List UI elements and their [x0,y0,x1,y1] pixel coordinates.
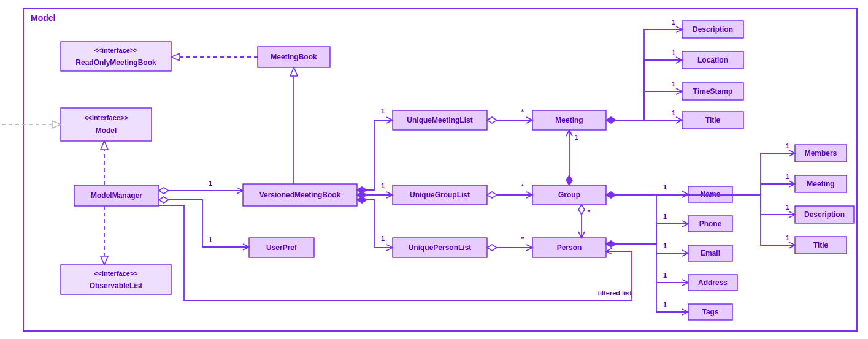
svg-text:Title: Title [813,241,829,249]
class-description-meeting: Description [682,21,743,38]
rel-group-comp-meetingattr [761,184,795,195]
svg-text:UniqueGroupList: UniqueGroupList [410,191,470,199]
class-address: Address [688,275,737,291]
class-unique-group-list: UniqueGroupList [393,185,487,205]
class-user-pref: UserPref [249,238,314,257]
svg-text:Group: Group [558,191,580,199]
rel-person-comp-address [656,253,688,283]
class-meeting-group: Meeting [795,175,847,192]
svg-text:MeetingBook: MeetingBook [271,53,317,61]
class-meeting: Meeting [532,110,606,130]
rel-vmb-comp-upl [357,200,393,248]
class-description-group: Description [795,206,854,223]
mult-upl-person: * [521,235,524,243]
uml-class-diagram: Model <<interface>> ReadOnlyMeetingBook … [0,0,868,339]
svg-rect-3 [61,108,152,141]
mult-person-tags: 1 [663,301,667,308]
rel-meeting-comp-timestamp [644,91,682,120]
class-title-meeting: Title [682,112,743,129]
class-group: Group [532,185,606,205]
svg-text:VersionedMeetingBook: VersionedMeetingBook [259,191,341,199]
class-members: Members [795,145,847,162]
mult-vmb-upl: 1 [381,235,385,242]
class-person: Person [532,238,606,257]
rel-mm-agg-userpref [159,200,249,247]
svg-text:Model: Model [96,126,117,135]
rel-group-comp-descriptionattr [761,195,795,215]
class-observable-list: <<interface>> ObservableList [61,265,171,294]
mult-person-name: 1 [663,183,667,191]
class-title-group: Title [795,237,847,254]
mult-group-titleattr: 1 [786,234,789,242]
class-versioned-meeting-book: VersionedMeetingBook [243,184,357,206]
class-time-stamp: TimeStamp [682,83,743,100]
mult-meeting-location: 1 [672,49,675,56]
mult-person-phone: 1 [663,213,667,220]
mult-mm-vmb: 1 [209,180,212,187]
mult-person-address: 1 [663,272,667,279]
rel-person-comp-phone [656,224,688,244]
mult-group-members: 1 [786,142,789,150]
mult-meeting-timestamp: 1 [672,80,675,88]
svg-text:<<interface>>: <<interface>> [94,270,138,277]
svg-text:UniquePersonList: UniquePersonList [409,243,472,252]
mult-meeting-description: 1 [672,18,675,26]
svg-text:ModelManager: ModelManager [91,191,142,200]
label-filtered-list: filtered list [597,289,632,297]
class-read-only-meeting-book: <<interface>> ReadOnlyMeetingBook [61,42,171,71]
svg-text:Tags: Tags [702,308,718,316]
svg-text:ObservableList: ObservableList [90,281,143,290]
class-location: Location [682,51,743,69]
svg-text:<<interface>>: <<interface>> [84,114,128,121]
mult-vmb-uml: 1 [381,107,385,115]
rel-person-comp-name [606,194,688,244]
svg-text:Members: Members [805,149,837,158]
mult-group-descriptionattr: 1 [786,204,789,211]
class-model-interface: <<interface>> Model [61,108,152,141]
svg-text:Meeting: Meeting [555,116,583,124]
mult-meeting-title: 1 [672,109,675,116]
class-unique-person-list: UniquePersonList [393,238,487,257]
class-unique-meeting-list: UniqueMeetingList [393,110,487,130]
mult-group-meeting: 1 [575,134,578,141]
svg-text:Location: Location [697,56,728,64]
svg-text:Title: Title [705,116,721,124]
class-name: Name [688,186,732,202]
svg-text:Description: Description [693,25,733,34]
mult-mm-userpref: 1 [209,236,212,243]
svg-text:Phone: Phone [699,219,722,228]
mult-uml-meeting: * [521,108,524,115]
class-meeting-book: MeetingBook [258,47,330,67]
mult-ugl-group: * [521,183,524,190]
mult-vmb-ugl: 1 [381,182,385,189]
package-title: Model [31,13,55,23]
rel-vmb-comp-uml [357,120,393,190]
rel-person-comp-email [656,244,688,253]
mult-person-email: 1 [663,242,667,249]
rel-group-comp-titleattr [761,195,795,245]
rel-person-comp-tags [656,283,688,312]
mult-group-meetingattr: 1 [786,173,789,180]
svg-text:Address: Address [698,278,728,287]
class-email: Email [688,245,732,261]
class-tags: Tags [688,304,732,320]
svg-text:Email: Email [701,249,720,257]
rel-meeting-comp-location [644,60,682,120]
class-phone: Phone [688,216,732,232]
svg-text:UserPref: UserPref [266,243,298,252]
mult-group-person: * [588,208,591,216]
svg-text:TimeStamp: TimeStamp [693,87,732,96]
svg-text:Description: Description [804,210,845,219]
svg-text:<<interface>>: <<interface>> [94,47,138,54]
svg-text:Meeting: Meeting [807,180,834,188]
class-model-manager: ModelManager [74,185,159,206]
svg-text:Person: Person [557,243,582,252]
svg-text:UniqueMeetingList: UniqueMeetingList [407,116,472,124]
svg-text:ReadOnlyMeetingBook: ReadOnlyMeetingBook [75,58,156,67]
